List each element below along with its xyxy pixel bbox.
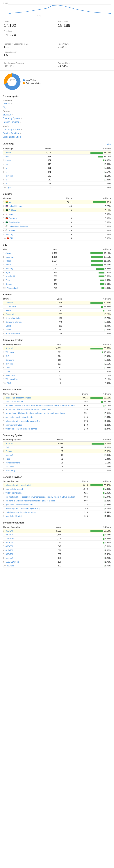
row-pct: 0.04% — [52, 185, 111, 189]
mobile-os-users-header: Users — [46, 438, 63, 442]
demo-country[interactable]: Country ▾ — [3, 102, 111, 105]
table-row: 9.m150.09% — [3, 182, 111, 185]
row-name: 3.vodafone india ltd. — [3, 491, 81, 495]
country-table-body: 1.🇮🇳 India17,01199.02.🇬🇧 United Kingdom4… — [3, 200, 111, 240]
row-name: 7.360x760 — [3, 552, 46, 556]
row-name: 9.Windows Phone — [3, 377, 45, 381]
row-name: 9.vodafone essar limited gprs service — [3, 427, 81, 431]
row-users: 446 — [46, 320, 63, 324]
browser-table-title: Browser — [3, 293, 111, 296]
stat-as-value: 00:01:35 — [4, 65, 56, 68]
demo-service-provider[interactable]: Service Provider ▾ — [3, 120, 111, 124]
row-users: 1,166 — [46, 533, 62, 537]
table-row: 4.Indore2,02011.65% — [3, 263, 111, 267]
demo-city[interactable]: City ▾ — [3, 105, 111, 109]
table-row: 2.240x3201,1667.68% — [3, 533, 111, 537]
row-users: 18 — [45, 377, 62, 381]
row-name: 4.Opera Mini — [3, 312, 46, 316]
table-row: 2.Lucknow2,10612.15% — [3, 255, 111, 259]
stat-br-label: Bounce Rate — [58, 62, 110, 64]
row-users: 375 — [81, 502, 88, 506]
table-row: 3.Patna2,02411.68% — [3, 259, 111, 263]
mobile-sp-table-header: Service Provider Users % Users — [3, 479, 111, 483]
screen-res-table-header: Screen Resolution Users % Users — [3, 525, 111, 529]
row-name: 3.iOS — [3, 354, 45, 358]
row-users: 101 — [46, 564, 62, 567]
screen-res-table-title: Screen Resolution — [3, 521, 111, 524]
table-row: 4.Opera Mini5573.25% — [3, 312, 111, 316]
row-pct: 11.65% — [58, 263, 111, 267]
stat-bounce: Bounce Rate 74.54% — [57, 61, 111, 69]
table-row: 7.reliance jio infocomm in bangalore-1 i… — [3, 419, 111, 423]
row-name: 8.ar — [3, 178, 33, 182]
demo-browser[interactable]: Browser ▾ — [3, 113, 111, 117]
row-name: 2.🇬🇧 United Kingdom — [3, 204, 57, 208]
demo-mobile-sp[interactable]: Service Provider ▾ — [3, 131, 111, 135]
row-pct: 11.68% — [58, 259, 111, 263]
stat-new-users-label: New Users — [58, 21, 110, 23]
row-name: 3.en-us — [3, 158, 33, 162]
row-users: 557 — [46, 312, 63, 316]
country-table-header: Country Users % Users — [3, 196, 111, 200]
chevron-icon-2: ▾ — [7, 106, 8, 108]
row-pct: 6.62% — [62, 537, 111, 540]
table-row: 4.bcl west 2nd floor spectrum tower rena… — [3, 495, 111, 499]
demo-os[interactable]: Operating System ▾ — [3, 117, 111, 120]
table-row: 5.🇩🇪 Germany100.06% — [3, 216, 111, 220]
table-row: 8.Macintosh210.12% — [3, 374, 111, 377]
service-provider-table-section: Service Provider Service Provider Users … — [0, 387, 114, 432]
table-row: 7.Windows60.04% — [3, 465, 111, 469]
row-users: 8 — [57, 224, 72, 228]
city-table: City Users % Users 1.Jaipur2,11312.19%2.… — [3, 247, 111, 290]
row-pct: 0.27% — [63, 332, 111, 336]
table-row: 7.Tizen510.30% — [3, 370, 111, 374]
country-table: Country Users % Users 1.🇮🇳 India17,01199… — [3, 196, 111, 241]
row-name: 1.Android — [3, 441, 46, 445]
row-name: 6.gprs delhi mobile subscriber ip — [3, 415, 81, 419]
table-row: 7.360x7603672.42% — [3, 552, 111, 556]
row-pct: 3.61% — [62, 545, 111, 548]
stat-avg-session: Avg. Session Duration 00:01:35 — [3, 61, 57, 69]
row-users: 5 — [57, 232, 72, 236]
row-users: 10 — [57, 216, 72, 220]
legend-new-visitor: New Visitor — [23, 79, 40, 81]
mobile-os-table-header: Operating System Users % Users — [3, 438, 111, 442]
row-pct: 5.60% — [58, 271, 111, 274]
row-users: 371 — [33, 170, 52, 174]
row-pct: 0.06% — [72, 212, 111, 216]
lang-users-header: Users — [33, 147, 52, 151]
demo-city-label: City — [3, 106, 7, 108]
row-users: 153 — [46, 328, 63, 332]
row-users: 98 — [46, 453, 63, 457]
row-pct: 3.01% — [88, 411, 111, 415]
row-users: 11,895 — [46, 301, 63, 305]
row-users: 113 — [45, 358, 62, 362]
row-name: 7.reliance jio infocomm in bangalore-1 i… — [3, 419, 81, 423]
stat-spu-value: 1.12 — [4, 45, 56, 49]
language-view-link[interactable]: view — [107, 143, 111, 145]
demo-mobile-os[interactable]: Operating System ▾ — [3, 128, 111, 131]
stat-pages-session: Pages/Session 1.53 — [3, 50, 57, 58]
row-pct: 0.11% — [72, 208, 111, 212]
row-users: 164 — [45, 354, 62, 358]
row-name: 3.Firefox — [3, 308, 46, 312]
table-row: 5.bcl south no. 50 drywelfare bowers ban… — [3, 411, 111, 415]
row-users: 9 — [45, 381, 62, 385]
row-name: 5.bcl south no. 50 drywelfare bowers ban… — [3, 411, 81, 415]
demo-screen-resolution[interactable]: Screen Resolution ▾ — [3, 135, 111, 139]
row-pct: 57.14% — [62, 529, 111, 533]
stat-br-value: 74.54% — [58, 65, 110, 68]
chevron-icon-7: ▾ — [20, 132, 21, 134]
row-pct: 1.44% — [88, 510, 111, 514]
row-users: 4 — [57, 236, 72, 240]
table-row: 6.Windows Phone180.12% — [3, 461, 111, 465]
row-users: 3,621 — [33, 155, 52, 158]
chevron-icon-6: ▾ — [21, 129, 22, 131]
os-table-header: Operating System Users % Users — [3, 342, 111, 346]
row-name: 3.1024x768 — [3, 537, 46, 540]
table-row: 3.iOS1640.95% — [3, 354, 111, 358]
row-name: 2.Windows — [3, 350, 45, 354]
row-pct: 99.0 — [72, 200, 111, 204]
row-pct: 0.06% — [72, 220, 111, 224]
table-row: 9.1136x320x56x1301.70% — [3, 560, 111, 564]
